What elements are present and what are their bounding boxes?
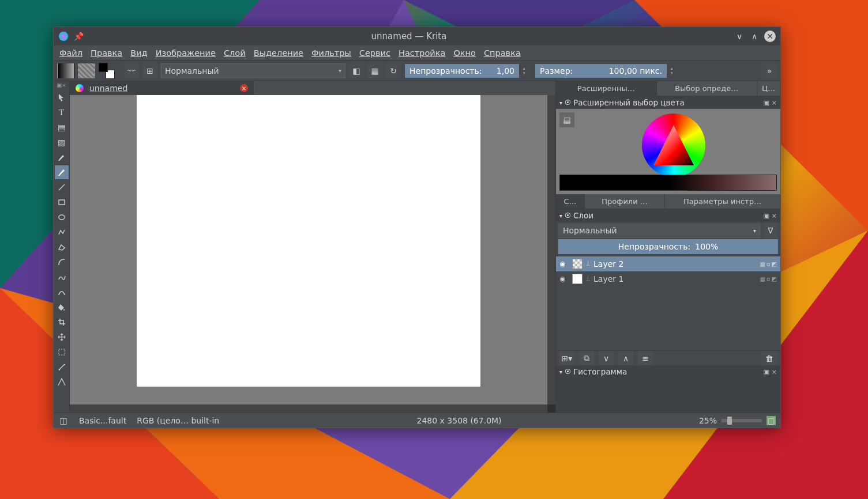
- layer-name[interactable]: Layer 2: [593, 259, 757, 269]
- tab-advanced-color[interactable]: Расширенны…: [556, 81, 657, 96]
- tab-profiles[interactable]: Профили …: [585, 194, 665, 209]
- color-wheel[interactable]: [642, 114, 705, 177]
- gradient-button[interactable]: [57, 63, 74, 78]
- canvas-area[interactable]: [70, 95, 555, 413]
- menu-image[interactable]: Изображение: [156, 48, 216, 58]
- layer-blend-dropdown[interactable]: Нормальный ▾: [558, 223, 761, 238]
- menu-layer[interactable]: Слой: [224, 48, 246, 58]
- visibility-icon[interactable]: ◉: [559, 260, 569, 268]
- tool-measure[interactable]: [55, 360, 69, 374]
- opacity-slider[interactable]: Непрозрачность: 1,00: [404, 63, 520, 78]
- tab-s[interactable]: С…: [556, 194, 585, 209]
- tab-specific-color[interactable]: Выбор опреде…: [657, 81, 758, 96]
- move-down-button[interactable]: ∨: [599, 351, 614, 366]
- eraser-toggle[interactable]: ◧: [349, 63, 364, 78]
- menu-tools[interactable]: Сервис: [359, 48, 390, 58]
- tool-freehand-brush[interactable]: [55, 165, 69, 179]
- menu-settings[interactable]: Настройка: [399, 48, 445, 58]
- close-tab-button[interactable]: ×: [240, 84, 248, 92]
- float-icon[interactable]: ▣: [763, 212, 769, 220]
- tool-polyline[interactable]: [55, 225, 69, 239]
- zoom-fit-button[interactable]: ▢: [766, 416, 776, 425]
- tool-move[interactable]: [55, 330, 69, 344]
- layer-name[interactable]: Layer 1: [593, 274, 757, 283]
- pin-icon[interactable]: 📌: [73, 31, 84, 41]
- color-swatch[interactable]: [99, 63, 115, 79]
- layer-row[interactable]: ◉ ⟘ Layer 1 ▦α◩: [556, 271, 780, 286]
- tool-gradient[interactable]: ▤: [55, 120, 69, 134]
- layer-row[interactable]: ◉ ⟘ Layer 2 ▦α◩: [556, 256, 780, 271]
- zoom-slider[interactable]: [722, 419, 762, 422]
- tool-polygon[interactable]: [55, 240, 69, 254]
- maximize-button[interactable]: ∧: [749, 31, 760, 41]
- blend-mode-dropdown[interactable]: Нормальный ▾: [161, 63, 345, 78]
- canvas[interactable]: [137, 95, 480, 387]
- tab-color-c[interactable]: Ц…: [757, 81, 780, 96]
- menu-filters[interactable]: Фильтры: [311, 48, 351, 58]
- color-panel-title[interactable]: ▾ ⦿ Расширенный выбор цвета ▣×: [556, 96, 780, 109]
- brush-preset-button[interactable]: 〰: [124, 63, 139, 78]
- close-dock-icon[interactable]: ×: [772, 212, 777, 220]
- tool-bezier[interactable]: [55, 255, 69, 269]
- selection-mode-icon[interactable]: ◫: [58, 415, 69, 426]
- add-layer-button[interactable]: ⊞▾: [559, 351, 574, 366]
- size-slider[interactable]: Размер: 100,00 пикс.: [535, 63, 667, 78]
- color-triangle[interactable]: [653, 125, 694, 165]
- close-dock-icon[interactable]: ×: [772, 368, 777, 376]
- menu-file[interactable]: Файл: [59, 48, 82, 58]
- layer-properties-button[interactable]: ≡: [638, 351, 653, 366]
- size-spin[interactable]: ▴▾: [671, 63, 679, 78]
- tool-freehand-path[interactable]: [55, 270, 69, 284]
- tool-crop[interactable]: [55, 315, 69, 329]
- reload-preset-button[interactable]: ↻: [386, 63, 401, 78]
- menu-help[interactable]: Справка: [484, 48, 521, 58]
- tool-rect[interactable]: [55, 195, 69, 209]
- layer-badges[interactable]: ▦α◩: [760, 261, 777, 267]
- minimize-button[interactable]: ∨: [734, 31, 745, 41]
- float-icon[interactable]: ▣: [763, 99, 769, 107]
- menu-view[interactable]: Вид: [130, 48, 147, 58]
- tool-fill[interactable]: [55, 300, 69, 314]
- tool-transform[interactable]: [55, 345, 69, 359]
- close-button[interactable]: ✕: [764, 31, 776, 42]
- collapse-icon[interactable]: ▾: [559, 100, 562, 106]
- alpha-lock-toggle[interactable]: ▦: [367, 63, 382, 78]
- layer-filter-button[interactable]: ∇: [763, 223, 778, 238]
- delete-layer-button[interactable]: 🗑: [762, 351, 777, 366]
- menu-select[interactable]: Выделение: [254, 48, 303, 58]
- pattern-button[interactable]: [78, 63, 95, 78]
- histogram-title[interactable]: ▾⦿ Гистограмма ▣×: [556, 365, 780, 378]
- move-up-button[interactable]: ∧: [618, 351, 633, 366]
- tool-brush[interactable]: [55, 150, 69, 164]
- canvas-viewport[interactable]: [70, 95, 547, 405]
- color-selector[interactable]: ▤: [556, 109, 780, 194]
- tool-arrow[interactable]: [55, 90, 69, 104]
- toolbar-overflow-button[interactable]: »: [762, 63, 777, 78]
- menu-window[interactable]: Окно: [453, 48, 476, 58]
- layer-opacity-slider[interactable]: Непрозрачность: 100%: [558, 239, 778, 254]
- settings-icon[interactable]: ▤: [559, 112, 574, 127]
- status-colorspace[interactable]: RGB (цело… built-in: [137, 416, 219, 425]
- layer-badges[interactable]: ▦α◩: [760, 276, 777, 282]
- tool-line[interactable]: [55, 180, 69, 194]
- status-preset[interactable]: Basic...fault: [79, 416, 126, 425]
- document-tab[interactable]: unnamed ×: [70, 81, 254, 95]
- tool-dyna[interactable]: [55, 285, 69, 299]
- float-icon[interactable]: ▣: [763, 368, 769, 376]
- visibility-icon[interactable]: ◉: [559, 275, 569, 283]
- tool-assistant[interactable]: [55, 375, 69, 389]
- close-dock-icon[interactable]: ×: [772, 99, 777, 107]
- brush-editor-button[interactable]: ⊞: [142, 63, 157, 78]
- scrollbar-horizontal[interactable]: [70, 405, 547, 413]
- scrollbar-vertical[interactable]: [547, 95, 555, 405]
- titlebar[interactable]: 📌 unnamed — Krita ∨ ∧ ✕: [54, 27, 780, 46]
- menu-edit[interactable]: Правка: [91, 48, 122, 58]
- duplicate-layer-button[interactable]: ⧉: [579, 351, 594, 366]
- tab-tool-options[interactable]: Параметры инстр…: [665, 194, 780, 209]
- layer-list[interactable]: ◉ ⟘ Layer 2 ▦α◩ ◉ ⟘ Layer 1 ▦α◩: [556, 256, 780, 350]
- color-history-strip[interactable]: [559, 175, 777, 191]
- tool-ellipse[interactable]: [55, 210, 69, 224]
- tool-pattern[interactable]: ▨: [55, 135, 69, 149]
- layers-title[interactable]: ▾⦿ Слои ▣×: [556, 209, 780, 222]
- lock-icon[interactable]: ⦿: [565, 99, 571, 107]
